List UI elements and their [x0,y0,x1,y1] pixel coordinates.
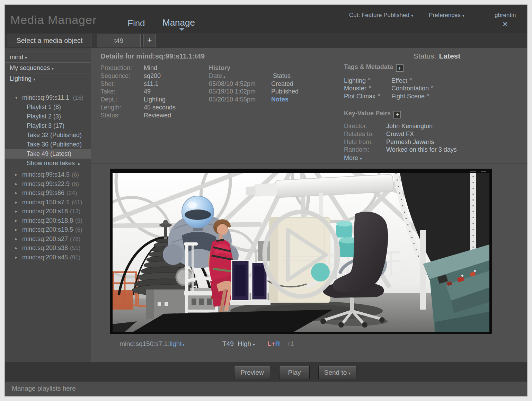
details-fields: Production:Mind Sequence:sq200 Shot:s11.… [100,64,176,119]
expand-icon: ▸ [15,225,17,234]
channel-toggle[interactable]: L+R [267,340,280,348]
close-icon[interactable]: ✕ [502,20,508,28]
caret-down-icon: ▾ [462,13,464,18]
key-value-title: Key-Value Pairs [344,110,391,117]
tag-chip: Plot Climax✕ [344,91,390,100]
field-value: 45 seconds [144,104,176,111]
tab-strip: Select a media object t49 + [5,33,527,48]
tree-node-collapsed[interactable]: ▸mind:sq:200:s18(13) [5,207,91,216]
key-value-row: Director:John Kensington [344,122,457,130]
tree-node-collapsed[interactable]: ▸mind:sq:99:s66(24) [5,188,91,198]
key-value-row: Help from:Permesh Jawaris [344,138,457,146]
collapse-icon[interactable]: ▾ [15,93,17,103]
filter-production-dropdown[interactable]: mind▾ [5,52,91,63]
expand-icon: ▸ [15,243,17,253]
filter-department-dropdown[interactable]: Lighting▾ [5,73,91,84]
notes-link[interactable]: Notes [271,96,289,103]
tree-node-collapsed[interactable]: ▸mind:sq:200:s45(91) [5,253,91,262]
caret-down-icon: ▾ [411,13,413,18]
expand-right-icon: ▸ [78,161,80,166]
field-label: Sequence: [100,72,144,80]
history-title: History [209,64,299,72]
preferences-menu[interactable]: Preferences▾ [429,12,464,19]
field-value: s11.1 [144,80,159,87]
tree-node-collapsed[interactable]: ▸mind:sq:200:s27(78) [5,234,91,244]
sort-ascending-icon: ▴ [223,74,225,79]
play-icon [265,212,338,296]
tree-item-take-36[interactable]: Take 36 (Published) [5,140,91,149]
tree-item-playlist-1[interactable]: Playlist 1 (8) [5,103,91,112]
select-media-object-button[interactable]: Select a media object [8,34,91,47]
remove-tag-icon[interactable]: ✕ [426,92,430,97]
footer: Manage playlists here [5,382,527,396]
field-label: Status: [100,112,144,119]
player-minimize-icon[interactable] [470,171,476,172]
username: gbrentin [495,12,516,19]
field-label: Dept.: [100,96,144,104]
tree-item-playlist-3[interactable]: Playlist 3 (17) [5,121,91,131]
remove-tag-icon[interactable]: ✕ [409,77,413,82]
expand-icon: ▸ [15,198,17,207]
tree-item-take-49-selected[interactable]: Take 49 (Latest) [5,149,91,159]
history-date-sort-header[interactable]: Date▴ [209,72,271,81]
sidebar-filters: mind▾ My sequences▾ Lighting▾ [5,52,91,84]
tab-find[interactable]: Find [127,18,145,29]
show-more-takes[interactable]: Show more takes▸ [5,159,91,168]
key-value-row: Random:Worked on this for 3 days [344,146,457,154]
tree-node-collapsed[interactable]: ▸mind:sq:99:s22.9(8) [5,179,91,189]
video-player[interactable] [110,169,492,334]
play-button[interactable]: Play [279,366,310,379]
caret-down-icon: ▾ [360,156,362,161]
history-row: 05/20/10 4:55pmNotes [209,96,299,104]
active-tab-indicator-icon [179,28,185,31]
remove-tag-icon[interactable]: ✕ [368,84,372,89]
caret-down-icon: ▾ [348,371,351,376]
app-window: Media Manager Find Manage Cut: Feature P… [5,5,527,396]
more-key-values[interactable]: More▾ [344,154,457,162]
clip-path-dropdown[interactable]: mind:sq150:s7.1:light▾ [119,340,185,348]
history-row: 05/08/10 4:52pmCreated [209,80,299,88]
field-value: Lighting [144,96,166,103]
key-value-section: Key-Value Pairs+ Director:John Kensingto… [344,110,457,162]
tree-node-collapsed[interactable]: ▸mind:sq:200:s18.8(9) [5,216,91,225]
tree-node-collapsed[interactable]: ▸mind:sq:200:s19.5(6) [5,225,91,234]
tree-item-playlist-2[interactable]: Playlist 2 (3) [5,112,91,121]
tags-title: Tags & Metadata [344,63,393,71]
tree-node-expanded[interactable]: ▾ mind:sq:99:s11.1 (16) [5,93,91,103]
field-label: Length: [100,104,144,112]
media-tree: ▾ mind:sq:99:s11.1 (16) Playlist 1 (8) P… [5,93,91,262]
tags-section: Tags & Metadata+ Lighting✕ Effect✕ Monst… [344,63,434,99]
remove-tag-icon[interactable]: ✕ [377,92,381,97]
field-value: 49 [144,88,151,95]
quality-dropdown[interactable]: High▾ [238,340,255,348]
preview-button[interactable]: Preview [234,366,270,379]
send-to-button[interactable]: Send to▾ [318,366,356,379]
action-bar: Preview Play Send to▾ [5,362,527,382]
add-tag-button[interactable]: + [396,64,404,72]
field-value: Reviewed [144,112,171,119]
expand-icon: ▸ [15,253,17,262]
add-key-value-button[interactable]: + [393,111,401,118]
tab-manage[interactable]: Manage [162,17,195,28]
player-maximize-icon[interactable] [481,171,486,172]
filter-sequences-dropdown[interactable]: My sequences▾ [5,63,91,73]
field-label: Take: [100,88,144,96]
caret-down-icon: ▾ [253,342,255,347]
remove-tag-icon[interactable]: ✕ [367,77,371,82]
details-title: Details for mind:sq:99:s11.1:t49 [100,52,205,60]
tag-chip: Fight Scene✕ [391,93,430,100]
tree-node-collapsed[interactable]: ▸mind:sq:150:s7.1(41) [5,198,91,207]
field-label: Shot: [100,80,144,88]
remove-tag-icon[interactable]: ✕ [431,84,434,89]
tree-item-take-32[interactable]: Take 32 (Published) [5,131,91,140]
sidebar: mind▾ My sequences▾ Lighting▾ ▾ mind:sq:… [5,48,91,362]
clip-info-row: mind:sq150:s7.1:light▾ T49 High▾ L+R r1 [91,340,527,348]
add-tab-button[interactable]: + [143,34,156,47]
field-value: sq200 [144,72,161,79]
tree-node-collapsed[interactable]: ▸mind:sq:200:s38(55) [5,243,91,253]
divider [91,163,527,163]
tree-node-collapsed[interactable]: ▸mind:sq:99:s14.5(6) [5,170,91,179]
tab-t49[interactable]: t49 [97,34,141,47]
cut-menu[interactable]: Cut: Feature Published▾ [349,12,413,19]
video-thumbnail [113,173,489,332]
